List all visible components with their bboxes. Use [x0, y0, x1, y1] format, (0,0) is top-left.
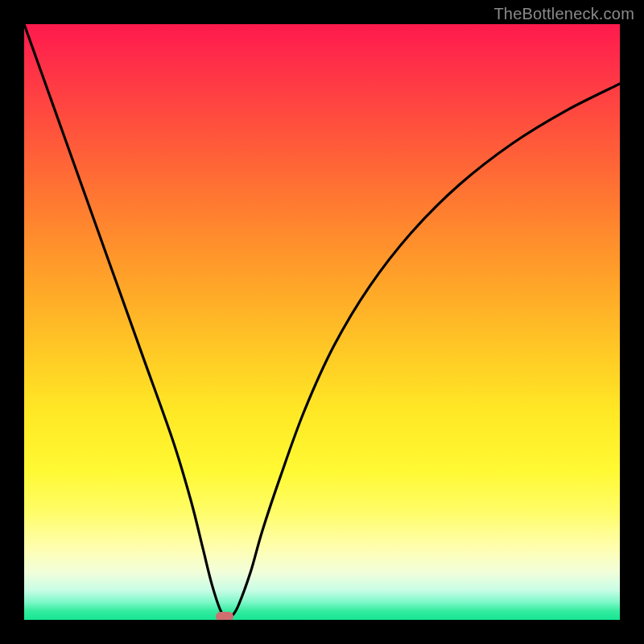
bottleneck-chart: TheBottleneck.com: [0, 0, 644, 644]
plot-area: [24, 24, 620, 620]
watermark-text: TheBottleneck.com: [493, 5, 634, 23]
bottleneck-curve: [24, 24, 620, 617]
optimal-point-marker: [216, 612, 233, 620]
curve-layer: [24, 24, 620, 620]
